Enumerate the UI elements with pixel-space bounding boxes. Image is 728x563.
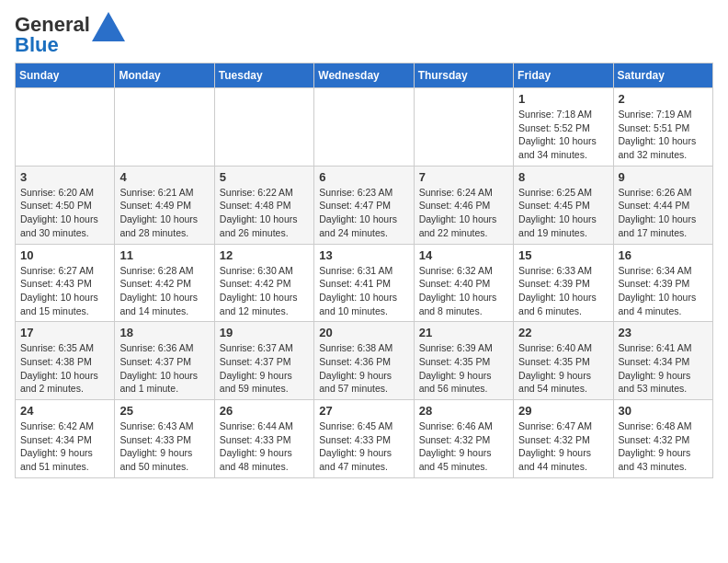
day-info: Sunrise: 6:28 AM Sunset: 4:42 PM Dayligh… xyxy=(119,264,209,318)
day-info: Sunrise: 6:22 AM Sunset: 4:48 PM Dayligh… xyxy=(220,186,309,240)
day-number: 27 xyxy=(319,404,408,418)
calendar-cell xyxy=(16,88,115,167)
day-number: 25 xyxy=(119,404,209,418)
calendar-cell: 13Sunrise: 6:31 AM Sunset: 4:41 PM Dayli… xyxy=(314,244,414,322)
calendar-cell: 14Sunrise: 6:32 AM Sunset: 4:40 PM Dayli… xyxy=(414,244,513,322)
calendar-cell: 10Sunrise: 6:27 AM Sunset: 4:43 PM Dayli… xyxy=(16,244,115,322)
logo-icon xyxy=(92,12,125,41)
day-info: Sunrise: 6:24 AM Sunset: 4:46 PM Dayligh… xyxy=(419,186,508,240)
day-info: Sunrise: 6:27 AM Sunset: 4:43 PM Dayligh… xyxy=(20,264,109,318)
calendar-cell: 11Sunrise: 6:28 AM Sunset: 4:42 PM Dayli… xyxy=(115,244,214,322)
day-info: Sunrise: 6:35 AM Sunset: 4:38 PM Dayligh… xyxy=(20,341,109,396)
calendar-cell: 3Sunrise: 6:20 AM Sunset: 4:50 PM Daylig… xyxy=(16,166,115,244)
day-number: 10 xyxy=(20,248,109,262)
weekday-header-sunday: Sunday xyxy=(16,63,115,88)
day-number: 13 xyxy=(319,248,408,262)
day-number: 4 xyxy=(119,170,209,184)
day-number: 23 xyxy=(619,326,708,339)
weekday-header-tuesday: Tuesday xyxy=(214,63,313,88)
calendar-table: SundayMondayTuesdayWednesdayThursdayFrid… xyxy=(15,63,713,478)
calendar-cell: 24Sunrise: 6:42 AM Sunset: 4:34 PM Dayli… xyxy=(16,400,115,478)
day-number: 14 xyxy=(419,248,508,262)
day-info: Sunrise: 6:33 AM Sunset: 4:39 PM Dayligh… xyxy=(518,264,608,318)
weekday-header-thursday: Thursday xyxy=(414,63,513,88)
calendar-cell: 19Sunrise: 6:37 AM Sunset: 4:37 PM Dayli… xyxy=(214,322,313,400)
day-info: Sunrise: 6:32 AM Sunset: 4:40 PM Dayligh… xyxy=(419,264,508,318)
weekday-header-friday: Friday xyxy=(514,63,613,88)
weekday-header-monday: Monday xyxy=(115,63,214,88)
day-number: 22 xyxy=(518,326,608,339)
day-info: Sunrise: 6:45 AM Sunset: 4:33 PM Dayligh… xyxy=(319,419,408,474)
calendar-cell: 2Sunrise: 7:19 AM Sunset: 5:51 PM Daylig… xyxy=(613,88,712,167)
day-number: 17 xyxy=(20,326,109,339)
calendar-cell: 29Sunrise: 6:47 AM Sunset: 4:32 PM Dayli… xyxy=(514,400,613,478)
calendar-cell xyxy=(414,88,513,167)
day-info: Sunrise: 6:20 AM Sunset: 4:50 PM Dayligh… xyxy=(20,186,109,240)
day-info: Sunrise: 6:43 AM Sunset: 4:33 PM Dayligh… xyxy=(119,419,209,474)
day-info: Sunrise: 6:40 AM Sunset: 4:35 PM Dayligh… xyxy=(518,341,608,396)
day-number: 15 xyxy=(518,248,608,262)
calendar-cell: 4Sunrise: 6:21 AM Sunset: 4:49 PM Daylig… xyxy=(115,166,214,244)
calendar-week-3: 10Sunrise: 6:27 AM Sunset: 4:43 PM Dayli… xyxy=(16,244,713,322)
day-number: 16 xyxy=(619,248,708,262)
calendar-header-row: SundayMondayTuesdayWednesdayThursdayFrid… xyxy=(16,63,713,88)
day-number: 20 xyxy=(319,326,408,339)
logo-text: General Blue xyxy=(15,15,90,55)
calendar-week-4: 17Sunrise: 6:35 AM Sunset: 4:38 PM Dayli… xyxy=(16,322,713,400)
logo: General Blue xyxy=(15,15,125,55)
logo-blue: Blue xyxy=(15,33,59,56)
calendar-week-2: 3Sunrise: 6:20 AM Sunset: 4:50 PM Daylig… xyxy=(16,166,713,244)
day-info: Sunrise: 6:30 AM Sunset: 4:42 PM Dayligh… xyxy=(220,264,309,318)
day-info: Sunrise: 6:26 AM Sunset: 4:44 PM Dayligh… xyxy=(619,186,708,240)
calendar-cell: 7Sunrise: 6:24 AM Sunset: 4:46 PM Daylig… xyxy=(414,166,513,244)
day-info: Sunrise: 6:48 AM Sunset: 4:32 PM Dayligh… xyxy=(619,419,708,474)
day-number: 11 xyxy=(119,248,209,262)
day-info: Sunrise: 6:37 AM Sunset: 4:37 PM Dayligh… xyxy=(220,341,309,396)
calendar-cell: 22Sunrise: 6:40 AM Sunset: 4:35 PM Dayli… xyxy=(514,322,613,400)
calendar-cell: 23Sunrise: 6:41 AM Sunset: 4:34 PM Dayli… xyxy=(613,322,712,400)
day-number: 3 xyxy=(20,170,109,184)
calendar-cell: 9Sunrise: 6:26 AM Sunset: 4:44 PM Daylig… xyxy=(613,166,712,244)
day-number: 30 xyxy=(619,404,708,418)
day-number: 6 xyxy=(319,170,408,184)
day-info: Sunrise: 6:39 AM Sunset: 4:35 PM Dayligh… xyxy=(419,341,508,396)
calendar-cell: 15Sunrise: 6:33 AM Sunset: 4:39 PM Dayli… xyxy=(514,244,613,322)
calendar-cell: 27Sunrise: 6:45 AM Sunset: 4:33 PM Dayli… xyxy=(314,400,414,478)
day-info: Sunrise: 6:44 AM Sunset: 4:33 PM Dayligh… xyxy=(220,419,309,474)
day-info: Sunrise: 6:23 AM Sunset: 4:47 PM Dayligh… xyxy=(319,186,408,240)
day-number: 26 xyxy=(220,404,309,418)
day-info: Sunrise: 6:47 AM Sunset: 4:32 PM Dayligh… xyxy=(518,419,608,474)
day-info: Sunrise: 6:25 AM Sunset: 4:45 PM Dayligh… xyxy=(518,186,608,240)
day-number: 8 xyxy=(518,170,608,184)
day-info: Sunrise: 6:34 AM Sunset: 4:39 PM Dayligh… xyxy=(619,264,708,318)
day-number: 7 xyxy=(419,170,508,184)
weekday-header-saturday: Saturday xyxy=(613,63,712,88)
calendar-cell: 26Sunrise: 6:44 AM Sunset: 4:33 PM Dayli… xyxy=(214,400,313,478)
page-header: General Blue xyxy=(15,15,713,55)
calendar-cell xyxy=(214,88,313,167)
day-number: 19 xyxy=(220,326,309,339)
calendar-cell: 17Sunrise: 6:35 AM Sunset: 4:38 PM Dayli… xyxy=(16,322,115,400)
day-number: 5 xyxy=(220,170,309,184)
calendar-cell: 1Sunrise: 7:18 AM Sunset: 5:52 PM Daylig… xyxy=(514,88,613,167)
day-info: Sunrise: 6:36 AM Sunset: 4:37 PM Dayligh… xyxy=(119,341,209,396)
calendar-body: 1Sunrise: 7:18 AM Sunset: 5:52 PM Daylig… xyxy=(16,88,713,478)
calendar-cell: 5Sunrise: 6:22 AM Sunset: 4:48 PM Daylig… xyxy=(214,166,313,244)
day-number: 1 xyxy=(518,92,608,106)
calendar-cell xyxy=(115,88,214,167)
day-info: Sunrise: 6:41 AM Sunset: 4:34 PM Dayligh… xyxy=(619,341,708,396)
calendar-cell: 30Sunrise: 6:48 AM Sunset: 4:32 PM Dayli… xyxy=(613,400,712,478)
calendar-week-5: 24Sunrise: 6:42 AM Sunset: 4:34 PM Dayli… xyxy=(16,400,713,478)
day-number: 12 xyxy=(220,248,309,262)
day-info: Sunrise: 6:38 AM Sunset: 4:36 PM Dayligh… xyxy=(319,341,408,396)
calendar-cell: 20Sunrise: 6:38 AM Sunset: 4:36 PM Dayli… xyxy=(314,322,414,400)
calendar-cell: 8Sunrise: 6:25 AM Sunset: 4:45 PM Daylig… xyxy=(514,166,613,244)
day-info: Sunrise: 6:42 AM Sunset: 4:34 PM Dayligh… xyxy=(20,419,109,474)
calendar-cell: 25Sunrise: 6:43 AM Sunset: 4:33 PM Dayli… xyxy=(115,400,214,478)
day-number: 18 xyxy=(119,326,209,339)
calendar-cell: 12Sunrise: 6:30 AM Sunset: 4:42 PM Dayli… xyxy=(214,244,313,322)
day-number: 2 xyxy=(619,92,708,106)
day-number: 28 xyxy=(419,404,508,418)
calendar-cell: 28Sunrise: 6:46 AM Sunset: 4:32 PM Dayli… xyxy=(414,400,513,478)
day-info: Sunrise: 6:21 AM Sunset: 4:49 PM Dayligh… xyxy=(119,186,209,240)
